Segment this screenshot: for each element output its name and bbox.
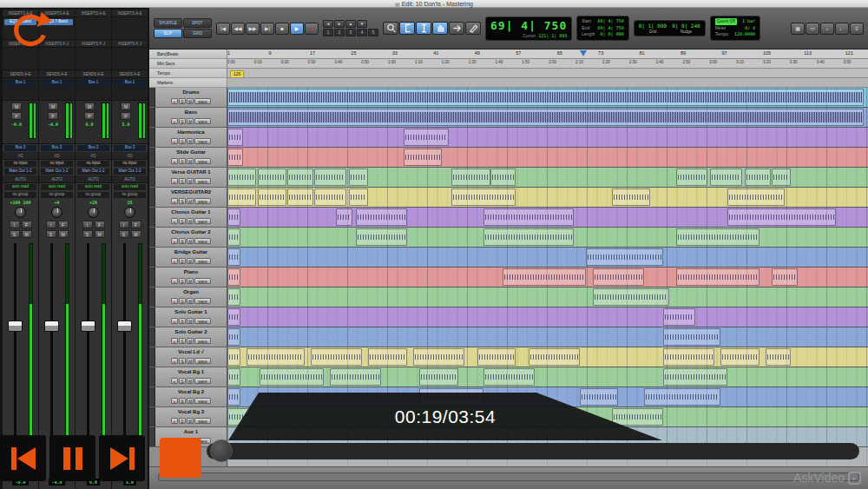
sends-ae-slots[interactable]: Bus 1 bbox=[39, 78, 75, 101]
track-lane[interactable] bbox=[227, 347, 868, 367]
audio-clip[interactable] bbox=[745, 169, 771, 186]
ruler-label[interactable]: Markers bbox=[149, 78, 227, 88]
audio-clip[interactable] bbox=[663, 368, 727, 386]
track-control[interactable]: Vocal Bg 1 ● S M wave bbox=[149, 367, 227, 387]
track-solo-button[interactable]: S bbox=[179, 98, 186, 104]
audio-clip[interactable] bbox=[676, 169, 708, 186]
track-control[interactable]: Solo Guitar 2 ● S M wave bbox=[149, 327, 227, 347]
send-mute-button[interactable]: M bbox=[48, 102, 58, 110]
output-selector[interactable]: Main Out 1-2 bbox=[114, 169, 146, 175]
track-lane[interactable] bbox=[227, 168, 868, 188]
track-control[interactable]: Piano ● S M wave bbox=[149, 268, 227, 287]
stop-button[interactable]: ■ bbox=[275, 23, 289, 35]
track-mute-button[interactable]: M bbox=[187, 98, 194, 104]
track-name[interactable]: Vocal Bg 3 bbox=[155, 407, 227, 416]
track-lane[interactable] bbox=[227, 88, 868, 108]
track-control[interactable]: Vocal Ld √ ● S M wave bbox=[149, 347, 227, 367]
next-button[interactable] bbox=[99, 435, 145, 481]
bars-beats-ruler[interactable]: 191725334149576573818997105113121 bbox=[227, 50, 868, 59]
track-control[interactable]: Vocal Bg 2 ● S M wave bbox=[149, 387, 227, 407]
inserts-fj-slots[interactable] bbox=[76, 48, 111, 70]
track-lane[interactable] bbox=[227, 208, 868, 228]
group-assign[interactable]: no group bbox=[77, 192, 109, 198]
track-mute-button[interactable]: M bbox=[187, 198, 194, 204]
track-name[interactable]: Bridge Guitar bbox=[155, 248, 227, 256]
inserts-ae-slots[interactable] bbox=[112, 17, 148, 40]
sends-ae-slots[interactable]: Bus 1 bbox=[3, 78, 38, 101]
edit-mode-shuffle-button[interactable]: SHUFFLE bbox=[154, 18, 182, 28]
track-name[interactable]: Chorus Guitar 1 bbox=[155, 208, 227, 216]
send-assign-label[interactable]: Bus 3 bbox=[4, 145, 36, 151]
track-view-selector[interactable]: wave bbox=[194, 378, 211, 384]
input-monitor-button[interactable]: I bbox=[46, 221, 56, 228]
audio-clip[interactable] bbox=[593, 268, 644, 286]
audio-clip[interactable] bbox=[612, 408, 663, 426]
track-mute-button[interactable]: M bbox=[187, 418, 194, 424]
mute-button[interactable]: M bbox=[131, 230, 141, 238]
workspace-toggle-button[interactable]: ≡ bbox=[850, 23, 864, 35]
zoom-preset-4-button[interactable]: 4 bbox=[357, 29, 367, 36]
audio-clip[interactable] bbox=[586, 248, 663, 266]
player-orange-button[interactable] bbox=[160, 438, 201, 478]
pan-knob[interactable] bbox=[124, 207, 135, 218]
audio-clip[interactable] bbox=[593, 288, 670, 306]
ruler-label[interactable]: Bars|Beats bbox=[149, 50, 227, 59]
record-arm-button[interactable]: ● bbox=[171, 318, 178, 324]
audio-clip[interactable] bbox=[227, 268, 240, 286]
audio-clip[interactable] bbox=[227, 348, 240, 366]
track-control[interactable]: Chorus Guitar 1 ● S M wave bbox=[149, 208, 227, 228]
output-selector[interactable]: Main Out 1-2 bbox=[41, 169, 73, 175]
track-control[interactable]: Vocal Bg 3 ● S M wave bbox=[149, 407, 227, 427]
track-solo-button[interactable]: S bbox=[179, 258, 186, 264]
send-mute-button[interactable]: M bbox=[84, 102, 95, 110]
main-counter-display[interactable]: 69| 4| 750 Cursor 121| 1| 803 bbox=[485, 17, 572, 41]
input-selector[interactable]: no input bbox=[114, 161, 146, 167]
track-view-selector[interactable]: wave bbox=[194, 418, 211, 424]
automation-mode-selector[interactable]: auto read bbox=[41, 184, 73, 190]
pan-knob[interactable] bbox=[88, 207, 99, 218]
audio-clip[interactable] bbox=[227, 149, 243, 166]
track-solo-button[interactable]: S bbox=[179, 378, 186, 384]
track-mute-button[interactable]: M bbox=[187, 318, 194, 324]
track-view-selector[interactable]: wave bbox=[194, 298, 211, 304]
send-pre-button[interactable]: P bbox=[121, 112, 131, 120]
pencil-tool-button[interactable] bbox=[465, 22, 481, 35]
track-view-selector[interactable]: wave bbox=[194, 118, 211, 124]
send-mute-button[interactable]: M bbox=[11, 102, 22, 110]
output-selector[interactable]: Main Out 1-2 bbox=[4, 169, 36, 175]
nudge-item[interactable]: 0| 0| 240 Nudge bbox=[672, 23, 700, 34]
track-lane[interactable] bbox=[227, 108, 868, 128]
audio-clip[interactable] bbox=[727, 188, 785, 206]
track-view-selector[interactable]: wave bbox=[194, 238, 211, 244]
inserts-ae-slots[interactable] bbox=[76, 17, 111, 40]
fx-button[interactable]: F bbox=[95, 221, 105, 228]
track-solo-button[interactable]: S bbox=[179, 418, 186, 424]
track-control[interactable]: VERSEGUITAR2 ● S M wave bbox=[149, 188, 227, 208]
track-mute-button[interactable]: M bbox=[187, 258, 194, 264]
track-name[interactable]: Drums bbox=[155, 88, 227, 96]
trim-tool-button[interactable] bbox=[399, 22, 415, 35]
audio-clip[interactable] bbox=[311, 348, 362, 366]
audio-clip[interactable] bbox=[772, 268, 798, 286]
input-selector[interactable]: no input bbox=[41, 161, 73, 167]
record-arm-button[interactable]: ● bbox=[171, 238, 178, 244]
track-control[interactable]: Harmonica ● S M wave bbox=[149, 128, 227, 148]
track-lane[interactable] bbox=[227, 128, 868, 148]
fast-forward-button[interactable]: ▶▶ bbox=[246, 23, 260, 35]
send-pre-button[interactable]: P bbox=[48, 112, 58, 120]
tempo-marker[interactable]: 126 bbox=[230, 70, 244, 78]
group-assign[interactable]: no group bbox=[4, 192, 36, 198]
output-selector[interactable]: Main Out 1-2 bbox=[77, 169, 109, 175]
track-name[interactable]: Vocal Bg 2 bbox=[155, 387, 227, 396]
audio-clip[interactable] bbox=[227, 228, 240, 246]
audio-clip[interactable] bbox=[404, 129, 449, 146]
track-mute-button[interactable]: M bbox=[187, 158, 194, 164]
track-name[interactable]: Harmonica bbox=[155, 128, 227, 136]
track-view-selector[interactable]: wave bbox=[194, 198, 211, 204]
return-to-zero-button[interactable]: |◀ bbox=[216, 23, 230, 35]
zoom-out-horizontal-button[interactable]: ◄ bbox=[323, 20, 333, 28]
track-mute-button[interactable]: M bbox=[187, 278, 194, 284]
track-name[interactable]: Aux 1 bbox=[155, 427, 227, 436]
audio-clip[interactable] bbox=[227, 328, 240, 346]
zoom-in-horizontal-button[interactable]: ► bbox=[334, 20, 345, 28]
